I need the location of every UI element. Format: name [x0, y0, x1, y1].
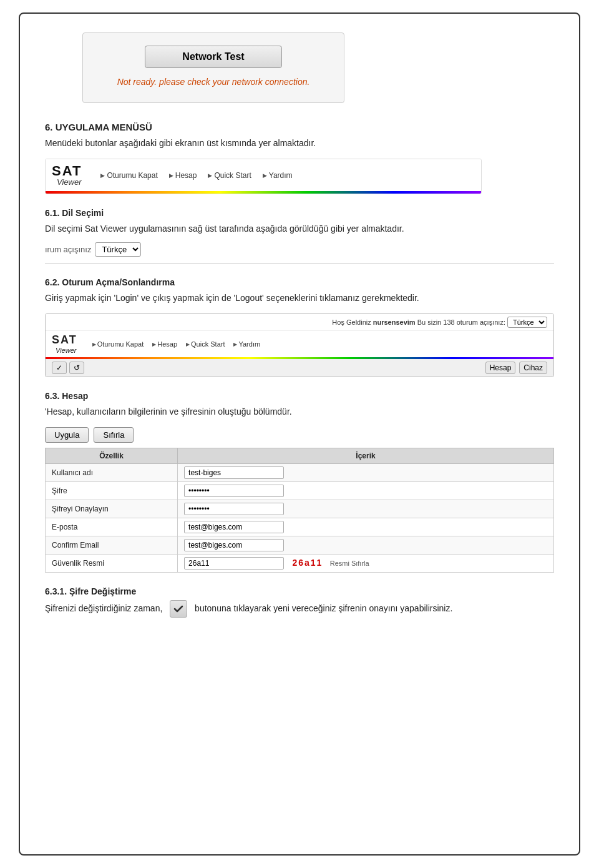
welcome-text: Hoş Geldiniz: [332, 318, 371, 326]
hesap-apply-btn[interactable]: Uygula: [45, 427, 89, 443]
nav-item-quick-start[interactable]: Quick Start: [208, 171, 251, 180]
page-container: Network Test Not ready. please check you…: [19, 12, 580, 856]
table-cell-label: Kullanıcı adı: [46, 464, 178, 482]
toolbar-hesap-btn[interactable]: Hesap: [485, 362, 516, 374]
network-status-text: Not ready. please check your network con…: [102, 77, 325, 87]
full-nav-oturumu-kapat[interactable]: Oturumu Kapat: [92, 340, 144, 348]
hesap-table: Özellik İçerik Kullanıcı adı Şifre: [45, 448, 554, 573]
section62-body: Giriş yapmak için 'Login' ve çıkış yapma…: [45, 291, 554, 305]
section631-body: Şifrenizi değiştirdiğiniz zaman, butonun…: [45, 600, 554, 618]
table-row: Kullanıcı adı: [46, 464, 554, 482]
table-cell-label: Confirm Email: [46, 536, 178, 555]
network-test-box: Network Test Not ready. please check you…: [82, 32, 344, 103]
toolbar-check-btn[interactable]: ✓: [52, 362, 67, 374]
sat-nav: Oturumu Kapat Hesap Quick Start Yardım: [100, 171, 292, 180]
sifre-confirm-input[interactable]: [184, 503, 284, 515]
section63-heading: 6.3. Hesap: [45, 391, 554, 401]
sifre-input[interactable]: [184, 485, 284, 497]
nav-item-hesap[interactable]: Hesap: [169, 171, 197, 180]
hesap-section: Uygula Sıfırla Özellik İçerik Kullanıcı …: [45, 427, 554, 573]
sat-viewer-bar: SAT Viewer Oturumu Kapat Hesap Quick Sta…: [45, 159, 482, 194]
inline-sat-logo: SAT Viewer: [52, 334, 77, 354]
full-nav-hesap[interactable]: Hesap: [152, 340, 177, 348]
username-text: nursensevim: [373, 318, 416, 326]
table-row: Güvenlik Resmi 26a11 Resmi Sıfırla: [46, 555, 554, 573]
table-cell-value: [178, 500, 554, 518]
table-col-icerik: İçerik: [178, 448, 554, 464]
table-row: E-posta: [46, 518, 554, 536]
section631-heading: 6.3.1. Şifre Değiştirme: [45, 586, 554, 596]
table-cell-label: Şifreyi Onaylayın: [46, 500, 178, 518]
nav-item-oturumu-kapat[interactable]: Oturumu Kapat: [100, 171, 157, 180]
sat-color-bar: [46, 191, 481, 194]
sat-viewer-full-toolbar: ✓ ↺ Hesap Cihaz: [46, 359, 553, 377]
captcha-reset-btn[interactable]: Resmi Sıfırla: [330, 560, 369, 567]
table-row: Şifreyi Onaylayın: [46, 500, 554, 518]
table-col-ozellik: Özellik: [46, 448, 178, 464]
full-nav-quick-start[interactable]: Quick Start: [186, 340, 225, 348]
header-lang-select[interactable]: Türkçe: [507, 317, 547, 328]
section61-heading: 6.1. Dil Seçimi: [45, 208, 554, 218]
section6-heading: 6. UYGULAMA MENÜSÜ: [45, 122, 554, 132]
toolbar-refresh-btn[interactable]: ↺: [69, 362, 84, 374]
checkmark-icon: [173, 603, 184, 614]
session-label: Bu sizin 138 oturum açışınız:: [417, 318, 505, 326]
section63-body: 'Hesap, kullanıcıların bilgilerinin ve ş…: [45, 405, 554, 418]
table-cell-value: [178, 482, 554, 500]
sat-toolbar-left: ✓ ↺: [52, 362, 84, 374]
table-cell-value: [178, 536, 554, 555]
sat-viewer-full-nav: Oturumu Kapat Hesap Quick Start Yardım: [92, 340, 260, 348]
lang-select[interactable]: Türkçe: [95, 242, 141, 257]
hesap-reset-btn[interactable]: Sıfırla: [94, 427, 134, 443]
full-nav-yardim[interactable]: Yardım: [233, 340, 260, 348]
lang-label: ırum açışınız: [45, 245, 91, 254]
section61-body: Dil seçimi Sat Viewer uygulamasının sağ …: [45, 222, 554, 235]
eposta-input[interactable]: [184, 521, 284, 533]
table-row: Confirm Email: [46, 536, 554, 555]
captcha-display: 26a11: [292, 558, 323, 568]
divider-1: [45, 263, 554, 264]
section6-body: Menüdeki butonlar aşağıdaki gibi ekranın…: [45, 136, 554, 150]
sat-logo: SAT Viewer: [52, 164, 82, 186]
checkmark-box: [170, 600, 187, 618]
table-cell-label: Şifre: [46, 482, 178, 500]
sat-viewer-full-top: SAT Viewer Oturumu Kapat Hesap Quick Sta…: [46, 331, 553, 357]
sat-toolbar-right: Hesap Cihaz: [485, 362, 547, 374]
sat-logo-sat-text: SAT: [52, 164, 82, 178]
sat-viewer-full-header: Hoş Geldiniz nursensevim Bu sizin 138 ot…: [46, 314, 553, 331]
table-cell-label: E-posta: [46, 518, 178, 536]
network-test-button[interactable]: Network Test: [145, 46, 282, 68]
lang-selector-row: ırum açışınız Türkçe: [45, 242, 554, 257]
nav-item-yardim[interactable]: Yardım: [263, 171, 293, 180]
hesap-action-btns: Uygula Sıfırla: [45, 427, 554, 443]
sat-logo-viewer-text: Viewer: [57, 178, 82, 186]
section62-heading: 6.2. Oturum Açma/Sonlandırma: [45, 277, 554, 287]
section631-body-before: Şifrenizi değiştirdiğiniz zaman,: [45, 603, 162, 613]
confirm-email-input[interactable]: [184, 539, 284, 551]
sat-viewer-full: Hoş Geldiniz nursensevim Bu sizin 138 ot…: [45, 313, 554, 377]
kullanici-adi-input[interactable]: [184, 466, 284, 479]
captcha-input[interactable]: [184, 557, 284, 570]
table-cell-label: Güvenlik Resmi: [46, 555, 178, 573]
table-cell-value: [178, 464, 554, 482]
section631-body-after: butonuna tıklayarak yeni vereceğiniz şif…: [195, 603, 452, 613]
table-cell-value: 26a11 Resmi Sıfırla: [178, 555, 554, 573]
table-row: Şifre: [46, 482, 554, 500]
toolbar-cihaz-btn[interactable]: Cihaz: [519, 362, 547, 374]
table-cell-value: [178, 518, 554, 536]
sat-viewer-top: SAT Viewer Oturumu Kapat Hesap Quick Sta…: [46, 159, 481, 191]
